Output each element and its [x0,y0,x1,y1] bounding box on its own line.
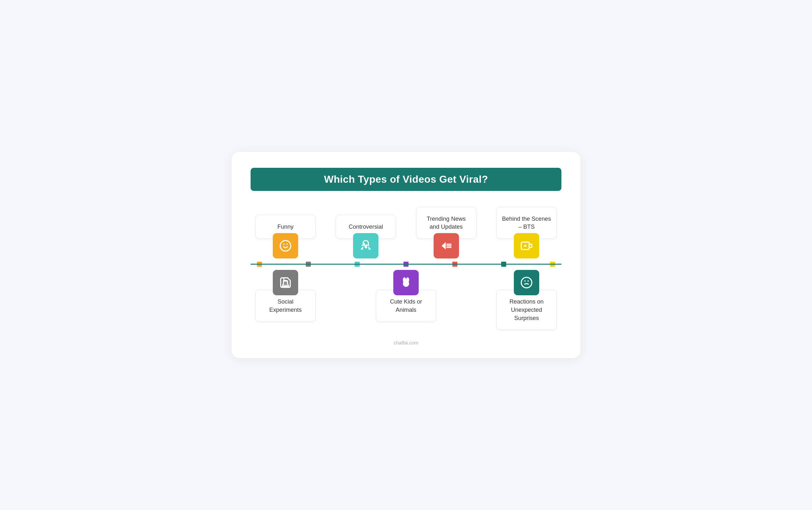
item-controversial: Controversial [334,215,398,259]
svg-marker-3 [441,242,446,249]
main-container: Which Types of Videos Get Viral? Funny [232,152,580,358]
main-title: Which Types of Videos Get Viral? [263,174,549,185]
svg-point-14 [405,283,406,284]
card-reactions: Reactions on Unexpected Surprises [496,290,557,330]
item-social: Social Experiments [254,270,317,322]
bottom-row: Social Experiments Cute Kids or Animals [251,270,561,330]
svg-point-15 [404,282,405,283]
top-row: Funny Controversial [251,207,561,259]
item-bts: Behind the Scenes – BTS [495,207,558,259]
dots-row [251,259,561,270]
icon-social [273,270,298,295]
svg-point-9 [524,245,526,247]
icon-reactions [514,270,539,295]
svg-point-17 [521,277,531,288]
svg-rect-8 [529,244,531,247]
svg-point-13 [407,278,409,282]
item-cute: Cute Kids or Animals [374,270,438,322]
svg-point-16 [407,282,408,283]
svg-point-12 [403,278,406,282]
icon-trending [434,233,459,259]
item-funny: Funny [254,215,317,259]
icon-funny [273,233,298,259]
item-trending: Trending News and Updates [414,207,478,259]
timeline-wrapper: Funny Controversial [251,207,561,330]
timeline-line [251,264,561,265]
icon-controversial [353,233,378,259]
item-reactions: Reactions on Unexpected Surprises [495,270,558,330]
title-bar: Which Types of Videos Get Viral? [251,168,561,191]
icon-cute [393,270,419,295]
watermark: chatfai.com [251,340,561,346]
icon-bts [514,233,539,259]
svg-point-0 [280,240,291,251]
